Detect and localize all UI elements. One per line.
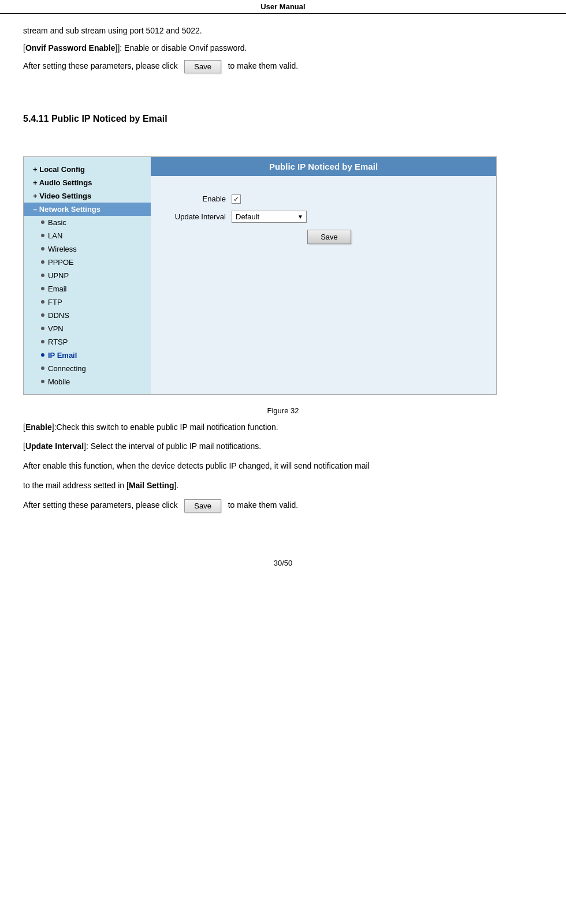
page-content: stream and sub stream using port 5012 an…: [0, 14, 566, 524]
bullet-vpn: [41, 327, 44, 330]
save-notice-2: After setting these parameters, please c…: [23, 499, 543, 512]
sidebar-item-basic[interactable]: Basic: [24, 216, 151, 229]
bullet-upnp: [41, 274, 44, 277]
panel-header: Public IP Noticed by Email: [151, 157, 496, 176]
panel-save-button[interactable]: Save: [307, 230, 351, 244]
bullet-connecting: [41, 366, 44, 370]
sidebar-item-ip-email[interactable]: IP Email: [24, 349, 151, 362]
mail-setting-text: to the mail address setted in [Mail Sett…: [23, 479, 543, 493]
page-header: User Manual: [0, 0, 566, 14]
interval-select-wrapper: Default: [232, 211, 307, 223]
enable-row: Enable ✓: [168, 194, 479, 204]
enable-bold: Enable: [25, 422, 52, 432]
sidebar-item-rtsp[interactable]: RTSP: [24, 335, 151, 349]
bullet-rtsp: [41, 340, 44, 343]
save-notice-1: After setting these parameters, please c…: [23, 59, 543, 73]
after-enable-text: After enable this function, when the dev…: [23, 459, 543, 473]
bullet-email: [41, 287, 44, 290]
mail-setting-bold: Mail Setting: [129, 481, 174, 490]
bullet-lan: [41, 234, 44, 237]
sidebar-item-network-settings[interactable]: – Network Settings: [24, 203, 151, 216]
sidebar-item-local-config[interactable]: + Local Config: [24, 163, 151, 176]
bullet-ip-email: [41, 353, 44, 357]
interval-description: [Update Interval]: Select the interval o…: [23, 440, 543, 454]
panel-body: Enable ✓ Update Interval Default Save: [151, 176, 496, 263]
sidebar-item-connecting[interactable]: Connecting: [24, 362, 151, 375]
sidebar-item-wireless[interactable]: Wireless: [24, 242, 151, 256]
sidebar-item-upnp[interactable]: UPNP: [24, 269, 151, 282]
sidebar-item-email[interactable]: Email: [24, 282, 151, 295]
save-button-bottom[interactable]: Save: [184, 499, 221, 512]
page-number: 30/50: [274, 559, 293, 567]
sidebar-menu: + Local Config + Audio Settings + Video …: [24, 157, 151, 394]
enable-label: Enable: [168, 194, 226, 203]
sidebar-item-audio-settings[interactable]: + Audio Settings: [24, 176, 151, 189]
interval-label: Update Interval: [168, 212, 226, 221]
bullet-ftp: [41, 300, 44, 304]
interval-select[interactable]: Default: [232, 211, 307, 223]
bullet-basic: [41, 220, 44, 224]
intro-line1: stream and sub stream using port 5012 an…: [23, 24, 543, 37]
onvif-line: [Onvif Password Enable]]: Enable or disa…: [23, 42, 543, 54]
section-title: 5.4.11 Public IP Noticed by Email: [23, 114, 543, 124]
figure-caption: Figure 32: [23, 406, 543, 415]
enable-description: [Enable]:Check this switch to enable pub…: [23, 421, 543, 435]
page-footer: 30/50: [0, 559, 566, 573]
sidebar-item-vpn[interactable]: VPN: [24, 322, 151, 335]
onvif-text: ]: Enable or disable Onvif password.: [117, 43, 247, 53]
interval-bold: Update Interval: [25, 442, 84, 451]
save-row: Save: [180, 230, 479, 244]
bullet-mobile: [41, 380, 44, 383]
sidebar-item-video-settings[interactable]: + Video Settings: [24, 189, 151, 203]
sidebar-item-lan[interactable]: LAN: [24, 229, 151, 242]
sidebar-item-mobile[interactable]: Mobile: [24, 375, 151, 388]
header-title: User Manual: [260, 2, 305, 11]
bullet-ddns: [41, 313, 44, 317]
figure-container: + Local Config + Audio Settings + Video …: [23, 156, 497, 395]
sidebar-item-ddns[interactable]: DDNS: [24, 309, 151, 322]
onvif-bold: Onvif Password Enable: [25, 43, 116, 53]
interval-row: Update Interval Default: [168, 211, 479, 223]
main-panel: Public IP Noticed by Email Enable ✓ Upda…: [151, 157, 496, 394]
bullet-wireless: [41, 247, 44, 250]
sidebar-item-pppoe[interactable]: PPPOE: [24, 256, 151, 269]
bullet-pppoe: [41, 260, 44, 264]
enable-checkbox[interactable]: ✓: [232, 194, 241, 204]
save-button-top[interactable]: Save: [184, 60, 221, 73]
sidebar-item-ftp[interactable]: FTP: [24, 295, 151, 309]
